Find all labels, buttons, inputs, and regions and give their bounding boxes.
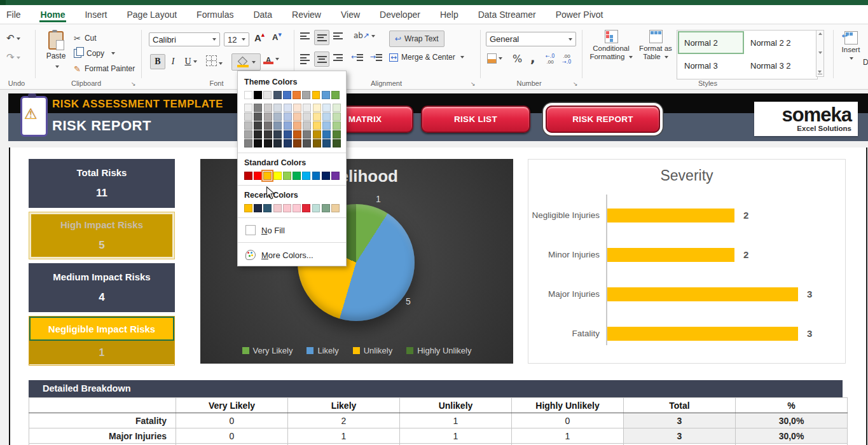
color-swatch[interactable] xyxy=(273,130,282,139)
color-swatch[interactable] xyxy=(273,139,282,147)
color-swatch[interactable] xyxy=(293,204,301,212)
selected-cell[interactable]: Negligible Impact Risks xyxy=(29,317,174,341)
color-swatch[interactable] xyxy=(303,121,311,130)
copy-button[interactable]: Copy xyxy=(74,49,115,58)
color-swatch[interactable] xyxy=(293,130,301,139)
color-swatch[interactable] xyxy=(273,113,282,121)
color-swatch[interactable] xyxy=(322,113,331,121)
color-swatch[interactable] xyxy=(244,130,252,139)
font-size-combo[interactable]: 12 xyxy=(224,32,249,46)
percent-style-button[interactable]: % xyxy=(513,53,522,65)
color-swatch[interactable] xyxy=(244,91,252,99)
color-swatch[interactable] xyxy=(313,130,321,139)
color-swatch[interactable] xyxy=(322,204,330,212)
ribbon-tab-page-layout[interactable]: Page Layout xyxy=(125,7,178,22)
align-bottom-button[interactable] xyxy=(333,32,343,39)
card-negligible-impact-risks[interactable]: Negligible Impact Risks 1 xyxy=(29,316,175,366)
ribbon-tab-view[interactable]: View xyxy=(340,7,361,22)
align-right-button[interactable] xyxy=(333,54,343,61)
ribbon-tab-help[interactable]: Help xyxy=(439,7,460,22)
color-swatch[interactable] xyxy=(303,113,311,121)
color-swatch[interactable] xyxy=(283,204,291,212)
color-swatch[interactable] xyxy=(244,172,252,180)
nav-button-risk-list[interactable]: RISK LIST xyxy=(421,106,530,133)
color-swatch[interactable] xyxy=(264,139,272,147)
color-swatch[interactable] xyxy=(313,104,321,112)
table-cell[interactable]: 0 xyxy=(176,413,288,428)
color-swatch[interactable] xyxy=(313,113,321,121)
color-swatch[interactable] xyxy=(254,139,262,147)
color-swatch[interactable] xyxy=(254,204,262,212)
color-swatch[interactable] xyxy=(331,204,340,212)
table-cell[interactable]: 1 xyxy=(512,428,624,444)
ribbon-tab-file[interactable]: File xyxy=(5,7,22,22)
color-swatch[interactable] xyxy=(273,204,282,212)
color-swatch[interactable] xyxy=(322,104,331,112)
merge-center-button[interactable]: ↔ Merge & Center xyxy=(389,53,464,62)
cell-style-normal-2[interactable]: Normal 2 xyxy=(678,31,744,54)
accounting-format-button[interactable] xyxy=(487,53,502,64)
color-swatch[interactable] xyxy=(333,113,341,121)
color-swatch[interactable] xyxy=(284,121,292,130)
table-header-cell[interactable]: % xyxy=(736,398,848,413)
color-swatch[interactable] xyxy=(254,104,262,112)
color-swatch[interactable] xyxy=(254,172,262,180)
align-center-button[interactable] xyxy=(314,51,329,67)
cell-style-normal-2-2[interactable]: Normal 2 2 xyxy=(744,31,810,54)
color-swatch[interactable] xyxy=(293,104,301,112)
color-swatch[interactable] xyxy=(244,104,252,112)
increase-decimal-button[interactable]: ←.0.00 xyxy=(546,54,555,65)
color-swatch[interactable] xyxy=(283,91,291,99)
cut-button[interactable]: ✂Cut xyxy=(74,34,97,43)
table-cell[interactable]: 30,0% xyxy=(736,428,848,444)
align-middle-button[interactable] xyxy=(314,30,329,45)
insert-cells-button[interactable]: ← Insert xyxy=(838,31,864,62)
color-swatch[interactable] xyxy=(263,91,272,99)
underline-button[interactable]: U xyxy=(181,54,201,69)
ribbon-tab-power-pivot[interactable]: Power Pivot xyxy=(555,7,605,22)
table-header-cell[interactable]: Very Likely xyxy=(176,398,288,413)
color-swatch[interactable] xyxy=(312,91,320,99)
conditional-formatting-button[interactable]: ConditionalFormatting xyxy=(586,30,636,61)
color-swatch[interactable] xyxy=(273,121,282,130)
color-swatch[interactable] xyxy=(331,91,340,99)
color-swatch[interactable] xyxy=(284,113,292,121)
number-format-combo[interactable]: General xyxy=(486,32,576,46)
color-swatch[interactable] xyxy=(322,172,330,180)
color-swatch[interactable] xyxy=(312,172,320,180)
color-swatch[interactable] xyxy=(302,172,310,180)
ribbon-tab-review[interactable]: Review xyxy=(291,7,322,22)
color-swatch[interactable] xyxy=(273,104,282,112)
table-header-cell[interactable]: Unlikely xyxy=(400,398,512,413)
color-swatch[interactable] xyxy=(293,113,301,121)
format-painter-button[interactable]: ✎Format Painter xyxy=(74,64,135,73)
color-swatch[interactable] xyxy=(293,172,301,180)
orientation-button[interactable]: ab↗ xyxy=(354,31,375,40)
color-swatch[interactable] xyxy=(322,91,330,99)
table-cell[interactable]: 1 xyxy=(400,428,512,444)
table-header-cell[interactable] xyxy=(29,398,176,413)
color-swatch[interactable] xyxy=(333,121,341,130)
borders-button[interactable] xyxy=(206,55,223,69)
table-cell[interactable]: 1 xyxy=(400,413,512,428)
number-dialog-launcher[interactable]: ↘ xyxy=(573,81,578,87)
color-swatch[interactable] xyxy=(254,113,262,121)
ribbon-tab-data[interactable]: Data xyxy=(252,7,273,22)
decrease-indent-button[interactable]: ← xyxy=(351,53,363,61)
color-swatch[interactable] xyxy=(283,172,291,180)
increase-indent-button[interactable]: ← xyxy=(370,53,382,61)
table-cell[interactable]: 1 xyxy=(288,428,400,444)
color-swatch[interactable] xyxy=(264,130,272,139)
color-swatch[interactable] xyxy=(322,130,331,139)
table-header-cell[interactable]: Total xyxy=(624,398,736,413)
color-swatch[interactable] xyxy=(284,104,292,112)
table-header-cell[interactable]: Likely xyxy=(288,398,400,413)
color-swatch[interactable] xyxy=(264,121,272,130)
comma-style-button[interactable]: , xyxy=(530,50,535,65)
ribbon-tab-data-streamer[interactable]: Data Streamer xyxy=(477,7,537,22)
align-left-button[interactable] xyxy=(300,54,310,64)
table-header-cell[interactable]: Highly Unlikely xyxy=(512,398,624,413)
color-swatch[interactable] xyxy=(254,91,262,99)
color-swatch[interactable] xyxy=(284,130,292,139)
table-cell[interactable]: 0 xyxy=(512,413,624,428)
